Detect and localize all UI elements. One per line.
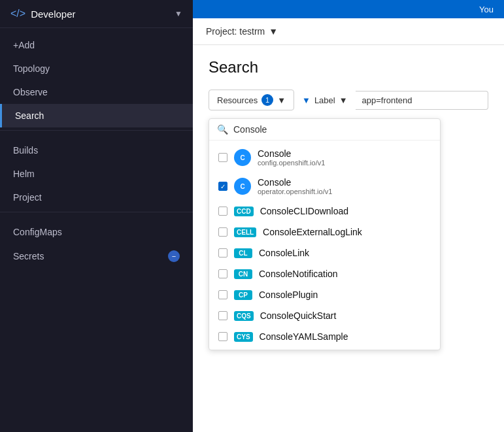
resources-button[interactable]: Resources 1 ▼ <box>209 90 294 110</box>
dropdown-checkbox[interactable] <box>218 227 227 237</box>
resource-name: ConsoleYAMLSample <box>260 331 348 342</box>
resources-count: 1 <box>261 94 273 106</box>
sidebar-item-search[interactable]: Search <box>0 104 193 127</box>
sidebar-header[interactable]: </> Developer ▼ <box>0 0 193 28</box>
user-label: You <box>479 5 494 14</box>
dropdown-list: CConsoleconfig.openshift.io/v1CConsoleop… <box>209 141 440 350</box>
sidebar: </> Developer ▼ +Add Topology Observe Se… <box>0 0 193 432</box>
dropdown-checkbox[interactable] <box>218 248 227 258</box>
resource-info: ConsoleYAMLSample <box>260 331 348 342</box>
resource-badge: CQS <box>234 311 254 321</box>
resource-badge: CCD <box>234 207 254 216</box>
resource-info: ConsoleLink <box>259 248 309 258</box>
resource-info: ConsoleQuickStart <box>260 310 337 321</box>
dropdown-item[interactable]: CConsoleoperator.openshift.io/v1 <box>209 172 440 201</box>
project-selector[interactable]: Project: testrm ▼ <box>206 26 278 37</box>
dropdown-checkbox[interactable] <box>218 332 227 341</box>
dropdown-search-icon: 🔍 <box>217 124 228 135</box>
resource-name: ConsoleLink <box>259 248 309 258</box>
page-title: Search <box>209 58 488 76</box>
sidebar-item-configmaps[interactable]: ConfigMaps <box>0 220 193 244</box>
dropdown-checkbox[interactable] <box>218 182 227 191</box>
sidebar-item-topology[interactable]: Topology <box>0 57 193 80</box>
dropdown-item[interactable]: CPConsolePlugin <box>209 284 440 305</box>
dropdown-item[interactable]: CYSConsoleYAMLSample <box>209 326 440 347</box>
sidebar-item-add[interactable]: +Add <box>0 33 193 57</box>
resource-info: Consoleconfig.openshift.io/v1 <box>258 148 325 167</box>
resource-badge: CELL <box>234 227 256 237</box>
dropdown-checkbox[interactable] <box>218 290 227 299</box>
label-text: Label <box>314 95 335 105</box>
dropdown-item[interactable]: CCDConsoleCLIDownload <box>209 201 440 222</box>
dropdown-item[interactable]: CConsoleconfig.openshift.io/v1 <box>209 143 440 172</box>
resources-dropdown-panel: 🔍 CConsoleconfig.openshift.io/v1CConsole… <box>209 118 441 350</box>
resource-info: Consoleoperator.openshift.io/v1 <box>258 177 332 195</box>
sidebar-item-observe[interactable]: Observe <box>0 80 193 104</box>
resource-name: Console <box>258 148 325 159</box>
dropdown-item[interactable]: CLConsoleLink <box>209 242 440 263</box>
page-content: Search Resources 1 ▼ ▼ Label ▼ 🔍 CConsol… <box>193 45 504 432</box>
sidebar-divider-2 <box>0 212 193 212</box>
label-filter-input[interactable] <box>356 91 488 110</box>
dropdown-search-input[interactable] <box>233 124 432 135</box>
sidebar-title: Developer <box>31 8 169 20</box>
resource-name: ConsolePlugin <box>259 290 318 300</box>
sidebar-item-builds[interactable]: Builds <box>0 139 193 162</box>
dropdown-checkbox[interactable] <box>218 153 227 162</box>
main-content: You Project: testrm ▼ Search Resources 1… <box>193 0 504 432</box>
resource-info: ConsolePlugin <box>259 290 318 300</box>
resource-name: ConsoleCLIDownload <box>260 206 348 216</box>
label-chevron-icon: ▼ <box>339 95 348 105</box>
developer-icon: </> <box>10 8 25 20</box>
dropdown-item[interactable]: CQSConsoleQuickStart <box>209 305 440 326</box>
sidebar-item-project[interactable]: Project <box>0 186 193 209</box>
secrets-badge: − <box>168 250 180 262</box>
sidebar-chevron-icon: ▼ <box>175 9 182 18</box>
dropdown-checkbox[interactable] <box>218 207 227 216</box>
project-bar: Project: testrm ▼ <box>193 18 504 45</box>
resource-name: ConsoleExternalLogLink <box>263 227 362 237</box>
dropdown-item[interactable]: CELLConsoleExternalLogLink <box>209 222 440 242</box>
project-chevron-icon: ▼ <box>269 26 278 37</box>
resource-name: Console <box>258 177 332 188</box>
resource-info: ConsoleNotification <box>259 269 338 279</box>
label-filter: ▼ Label ▼ <box>302 95 348 105</box>
resource-info: ConsoleExternalLogLink <box>263 227 362 237</box>
resources-chevron-icon: ▼ <box>277 95 286 105</box>
resource-badge: CP <box>234 290 252 300</box>
resource-badge: CL <box>234 248 252 258</box>
resource-name: ConsoleQuickStart <box>260 310 337 321</box>
filter-bar: Resources 1 ▼ ▼ Label ▼ <box>209 90 488 110</box>
resource-info: ConsoleCLIDownload <box>260 206 348 216</box>
sidebar-item-secrets[interactable]: Secrets − <box>0 244 193 269</box>
resource-path: operator.openshift.io/v1 <box>258 188 332 195</box>
sidebar-divider-1 <box>0 130 193 131</box>
resource-badge: C <box>234 149 251 166</box>
resource-badge: CN <box>234 269 252 279</box>
resource-badge: C <box>234 178 251 195</box>
top-bar: You <box>193 0 504 18</box>
filter-icon: ▼ <box>302 95 311 105</box>
resource-name: ConsoleNotification <box>259 269 338 279</box>
dropdown-checkbox[interactable] <box>218 311 227 320</box>
dropdown-search-bar: 🔍 <box>209 119 440 141</box>
resources-label: Resources <box>217 95 258 105</box>
resource-path: config.openshift.io/v1 <box>258 159 325 167</box>
resource-badge: CYS <box>234 332 253 342</box>
project-label: Project: testrm <box>206 26 265 37</box>
dropdown-checkbox[interactable] <box>218 269 227 278</box>
sidebar-item-helm[interactable]: Helm <box>0 162 193 186</box>
dropdown-item[interactable]: CNConsoleNotification <box>209 263 440 284</box>
